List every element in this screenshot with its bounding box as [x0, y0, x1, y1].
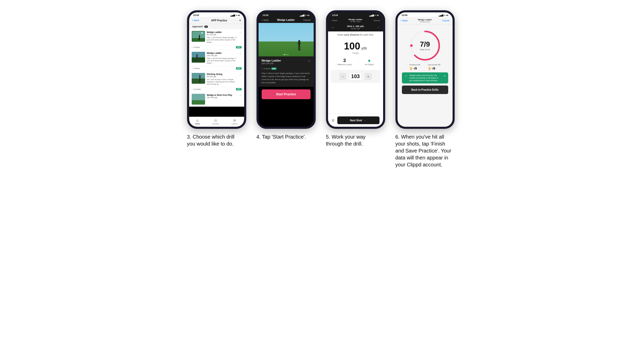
- check-circle-icon: ●: [365, 58, 374, 63]
- phone4-header-title: Wedge Ladder: [277, 19, 295, 21]
- phone6-frame: 13:03 ▂▄▆ ∿ 46 < Back Wedge Ladder 06 Ma…: [395, 10, 455, 129]
- phone3-menu-icon[interactable]: ≡: [239, 19, 241, 22]
- distance-input[interactable]: 103: [349, 72, 362, 80]
- svg-rect-2: [192, 31, 205, 38]
- star-icon-4[interactable]: ☆: [239, 94, 242, 97]
- nav-home[interactable]: ⌂ Home: [195, 118, 200, 125]
- last-month-pb: Last month PB 🏆 -/9: [428, 64, 440, 70]
- drill-item-4[interactable]: Wedge & Short Iron Play 100-140 yds ☆: [189, 92, 244, 107]
- phone6-cancel-btn[interactable]: Cancel: [442, 19, 449, 22]
- phone4-back-btn[interactable]: < Back: [262, 19, 269, 21]
- signal-icon-6: ▂▄▆: [439, 14, 443, 16]
- signal-icon-5: ▂▄▆: [369, 14, 374, 16]
- svg-rect-17: [192, 100, 205, 105]
- svg-rect-13: [192, 73, 205, 79]
- target-value: 100: [344, 41, 360, 52]
- clock-icon-1: ○: [192, 46, 193, 48]
- results-content: 7/9 Total Score Previous PB 🏆 -/9: [398, 24, 453, 127]
- image-dots: [284, 54, 288, 55]
- back-to-drills-button[interactable]: Back to Practice Drills: [402, 86, 448, 94]
- phone5-back-btn[interactable]: < Back: [331, 19, 338, 22]
- svg-rect-10: [195, 60, 198, 61]
- detail-star-icon[interactable]: ☆: [308, 59, 311, 63]
- phone4-status-bar: 13:02 ▂▄▆ ∿ 46: [259, 12, 314, 17]
- next-shot-button[interactable]: Next Shot →: [337, 116, 380, 124]
- phone5-cancel-btn[interactable]: Cancel: [374, 19, 380, 22]
- success-check-icon: ✓: [404, 74, 408, 78]
- detail-desc: Play 1 shot at each target yardage. If y…: [262, 72, 311, 84]
- svg-rect-12: [192, 79, 205, 84]
- home-icon: ⌂: [196, 118, 198, 122]
- phone5-time: 13:03: [332, 14, 338, 16]
- golfer-figure: [296, 40, 302, 53]
- detail-title: Wedge Ladder 100-140 yds: [262, 59, 281, 66]
- drill-title-2: Wedge Ladder: [207, 52, 237, 54]
- phone4-cancel-btn[interactable]: Cancel: [303, 19, 310, 21]
- star-icon-1[interactable]: ☆: [239, 31, 242, 34]
- detail-shots: ○ 9 shots APP: [262, 67, 311, 70]
- svg-rect-23: [299, 47, 300, 51]
- svg-rect-21: [297, 43, 301, 44]
- drill-yds-1: 50-100 yds: [207, 33, 237, 36]
- phone4-section: 13:02 ▂▄▆ ∿ 46 < Back Wedge Ladder Cance…: [257, 10, 318, 168]
- phone6-caption: 6. When you've hit all your shots, tap '…: [395, 133, 452, 168]
- drill-footer-3: ○ 10 shots APP: [189, 87, 244, 92]
- decrement-button[interactable]: −: [339, 73, 346, 80]
- svg-rect-15: [198, 81, 200, 82]
- phone3-status-bar: 13:02 ▂▄▆ ∿ 46: [189, 12, 244, 17]
- app-badge-3: APP: [236, 88, 241, 90]
- phone5-frame: 13:03 ▂▄▆ ∿ 46 < Back Wedge Ladder 06 Ma…: [326, 10, 385, 129]
- drill-desc-3: Hit 1 shot at each of the 10 target dist…: [207, 78, 237, 85]
- drill-info-2: Wedge Ladder 100-140 yds Play 1 shot at …: [207, 52, 237, 64]
- phone5-header: < Back Wedge Ladder 06 Mar 2023 Cancel: [328, 17, 383, 24]
- stat-difference: 3 Difference (yds): [337, 58, 352, 66]
- phone3-screen: 13:02 ▂▄▆ ∿ 46 < Back APP Practice ≡ App…: [189, 12, 244, 127]
- target-unit: yds: [361, 46, 367, 50]
- svg-rect-22: [298, 47, 299, 51]
- star-icon-3[interactable]: ☆: [239, 73, 242, 76]
- svg-rect-4: [199, 35, 200, 40]
- success-banner: ✓ 'Wedge Ladder (100-140 yds)' was creat…: [402, 72, 448, 83]
- wifi-icon-5: ∿: [374, 14, 376, 16]
- next-shot-bar: 🗑 Next Shot →: [328, 114, 383, 127]
- carry-label: Enter carry distance for each shot: [328, 31, 383, 38]
- next-arrow-icon[interactable]: →: [376, 26, 380, 30]
- increment-button[interactable]: +: [365, 73, 372, 80]
- phone4-signal: ▂▄▆ ∿ 46: [300, 14, 310, 16]
- success-text: 'Wedge Ladder (100-140 yds)' was created…: [409, 74, 442, 82]
- battery-icon-6: 46: [446, 14, 448, 16]
- nav-capture[interactable]: ⊕ Capture: [232, 118, 238, 125]
- phone3-frame: 13:02 ▂▄▆ ∿ 46 < Back APP Practice ≡ App…: [187, 10, 246, 129]
- drill-item-1[interactable]: Wedge Ladder 50-100 yds Play 1 shot at e…: [189, 29, 244, 45]
- drill-info-1: Wedge Ladder 50-100 yds Play 1 shot at e…: [207, 31, 237, 43]
- phone3-section: 13:02 ▂▄▆ ∿ 46 < Back APP Practice ≡ App…: [187, 10, 249, 168]
- drill-item-2[interactable]: Wedge Ladder 100-140 yds Play 1 shot at …: [189, 50, 244, 66]
- clock-icon-2: ○: [192, 67, 193, 70]
- phone4-time: 13:02: [263, 14, 269, 16]
- star-icon-2[interactable]: ☆: [239, 52, 242, 55]
- phone6-back-btn[interactable]: < Back: [401, 19, 408, 22]
- stat-hit-target: ● Hit Target: [365, 58, 374, 66]
- score-circle: 7/9 Total Score: [408, 29, 442, 62]
- start-practice-button[interactable]: Start Practice: [262, 89, 311, 99]
- svg-point-26: [410, 44, 413, 47]
- phone6-section: 13:03 ▂▄▆ ∿ 46 < Back Wedge Ladder 06 Ma…: [395, 10, 457, 168]
- prev-arrow-icon[interactable]: ←: [331, 26, 335, 30]
- app-badge-1: APP: [236, 46, 241, 48]
- target-label: Target: [328, 52, 383, 54]
- wifi-icon-6: ∿: [444, 14, 446, 16]
- phone3-back-btn[interactable]: < Back: [192, 19, 199, 22]
- phone3-bottom-nav: ⌂ Home ◎ Activities ⊕ Capture: [189, 117, 244, 127]
- drill-item-3[interactable]: Pitching String 55-100 yds Hit 1 shot at…: [189, 71, 244, 87]
- nav-capture-label: Capture: [232, 123, 238, 125]
- detail-header: Wedge Ladder 100-140 yds ☆: [262, 59, 311, 66]
- trophy-icon-2: 🏆: [428, 67, 431, 70]
- phone6-signal: ▂▄▆ ∿ 46: [439, 14, 448, 16]
- close-banner-button[interactable]: ✕: [444, 74, 446, 78]
- capture-icon: ⊕: [233, 118, 236, 122]
- nav-activities[interactable]: ◎ Activities: [212, 118, 219, 125]
- battery-icon-4: 46: [307, 14, 310, 16]
- trash-icon[interactable]: 🗑: [332, 119, 335, 122]
- svg-point-19: [298, 40, 300, 42]
- activities-icon: ◎: [214, 118, 217, 122]
